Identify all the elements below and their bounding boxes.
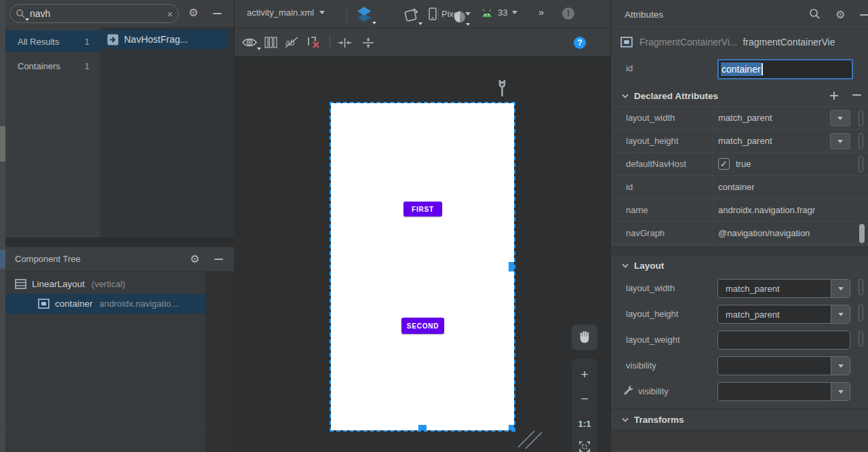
tree-item-label[interactable]: LinearLayout — [32, 279, 85, 289]
layout-height-combobox[interactable]: match_parent — [717, 305, 850, 324]
resize-grip-icon[interactable] — [517, 430, 544, 452]
clear-constraints-button[interactable] — [307, 36, 321, 51]
issue-panel-button[interactable]: ! — [562, 7, 574, 20]
search-icon — [16, 9, 26, 19]
remove-attribute-icon[interactable] — [852, 94, 861, 96]
value-picker-pill[interactable] — [859, 279, 863, 295]
collapse-chevron-icon[interactable] — [622, 417, 629, 422]
zoom-actual-size-button[interactable]: 1:1 — [572, 411, 597, 436]
orientation-button[interactable] — [401, 7, 419, 23]
layout-width-combobox[interactable]: match_parent — [717, 279, 850, 298]
layout-weight-input[interactable] — [717, 331, 850, 350]
add-attribute-icon[interactable] — [829, 91, 839, 102]
device-selector[interactable]: Pixel — [429, 7, 471, 20]
combo-value[interactable]: match_parent — [718, 309, 831, 320]
combo-value[interactable]: match_parent — [718, 284, 831, 294]
dropdown-button[interactable] — [830, 110, 850, 126]
pan-tool-button[interactable] — [572, 324, 597, 350]
attributes-search-icon[interactable] — [809, 8, 821, 22]
search-options-chevron-icon[interactable] — [25, 18, 29, 21]
id-input-field[interactable]: container — [717, 59, 853, 79]
attr-value[interactable]: container — [718, 182, 754, 192]
resize-handle-bottom[interactable] — [418, 425, 427, 430]
attributes-gear-icon[interactable]: ⚙ — [835, 10, 845, 20]
dropdown-button[interactable] — [831, 383, 850, 400]
palette-hide-icon[interactable] — [213, 13, 222, 14]
category-all-results[interactable]: All Results 1 — [5, 31, 100, 52]
overflow-chevrons[interactable]: » — [538, 6, 544, 18]
section-divider — [611, 247, 868, 255]
distribute-vertical-button[interactable] — [362, 37, 374, 50]
tools-wrench-icon — [623, 385, 633, 398]
result-item-label[interactable]: NavHostFrag... — [124, 34, 188, 45]
device-screen-canvas[interactable]: FIRST SECOND — [331, 103, 514, 430]
value-picker-pill[interactable] — [859, 133, 863, 149]
zoom-out-button[interactable]: − — [572, 387, 597, 411]
attr-value[interactable]: match_parent — [718, 113, 772, 123]
value-picker-pill[interactable] — [859, 331, 863, 347]
collapse-chevron-icon[interactable] — [622, 94, 629, 98]
category-containers[interactable]: Containers 1 — [5, 55, 100, 77]
zoom-to-fit-button[interactable] — [572, 436, 597, 452]
tree-item-linearlayout[interactable]: LinearLayout (vertical) — [5, 274, 205, 294]
clear-search-icon[interactable]: × — [167, 9, 173, 19]
component-tree-hide-icon[interactable] — [214, 259, 223, 260]
scrollbar-segment[interactable] — [0, 126, 5, 162]
declared-attributes-header[interactable]: Declared Attributes — [611, 86, 868, 106]
layout-section-header[interactable]: Layout — [611, 255, 868, 276]
value-picker-pill[interactable] — [859, 305, 863, 321]
file-selector[interactable]: activity_main.xml — [247, 7, 325, 18]
result-item-navhostfragment[interactable]: NavHostFrag... — [102, 30, 229, 49]
dropdown-button[interactable] — [831, 305, 850, 323]
category-label[interactable]: All Results — [18, 37, 59, 47]
attr-row-layout-height: layout_height match_parent — [611, 129, 868, 152]
device-name[interactable]: Pixel — [441, 9, 460, 19]
transforms-section-header[interactable]: Transforms — [611, 409, 868, 430]
attr-value[interactable]: @navigation/navigation — [718, 228, 810, 238]
attributes-hide-icon[interactable] — [860, 14, 868, 16]
file-name[interactable]: activity_main.xml — [247, 7, 314, 18]
attr-value[interactable]: androidx.navigation.fragr — [718, 205, 815, 215]
scrollbar-thumb[interactable] — [859, 224, 865, 243]
dropdown-button[interactable] — [831, 280, 850, 297]
fragmentcontainerview-icon — [620, 37, 633, 48]
dropdown-button[interactable] — [830, 133, 850, 149]
attr-value[interactable]: true — [736, 159, 751, 169]
second-button[interactable]: SECOND — [401, 318, 444, 334]
resize-handle-corner[interactable] — [509, 425, 514, 430]
first-button[interactable]: FIRST — [403, 202, 442, 216]
tree-item-container[interactable]: container androidx.navigatio... — [5, 294, 205, 314]
checkbox-checked-icon[interactable]: ✓ — [718, 158, 730, 170]
scrollbar-segment[interactable] — [0, 250, 5, 269]
component-tree-gear-icon[interactable]: ⚙ — [190, 254, 199, 265]
help-button[interactable]: ? — [574, 37, 586, 49]
pack-horizontal-icon — [338, 37, 352, 50]
tools-visibility-combobox[interactable] — [717, 382, 850, 401]
collapse-chevron-icon[interactable] — [622, 263, 629, 268]
category-label[interactable]: Containers — [18, 61, 60, 71]
visibility-combobox[interactable] — [717, 356, 850, 375]
zoom-in-button[interactable]: + — [572, 362, 597, 387]
tree-item-label[interactable]: container — [55, 299, 93, 309]
attr-value[interactable]: match_parent — [718, 136, 772, 146]
blueprint-columns-button[interactable] — [264, 37, 277, 50]
pack-horizontal-button[interactable] — [338, 37, 352, 50]
palette-search-input[interactable] — [30, 8, 167, 19]
id-input-selected-text[interactable]: container — [721, 62, 762, 76]
view-options-button[interactable] — [241, 37, 258, 48]
design-surface[interactable]: FIRST SECOND + − 1:1 — [234, 57, 610, 452]
value-picker-pill[interactable] — [859, 156, 863, 172]
toolbar-overflow-button[interactable]: » — [538, 6, 544, 18]
wrench-icon[interactable] — [497, 80, 507, 98]
layout-row-tools-visibility: visibility — [611, 379, 868, 404]
value-picker-pill[interactable] — [859, 110, 863, 126]
dropdown-button[interactable] — [831, 357, 850, 375]
api-level[interactable]: 33 — [498, 7, 507, 18]
palette-search-box[interactable]: × — [9, 4, 179, 23]
palette-settings-gear-icon[interactable]: ⚙ — [189, 7, 198, 18]
chevron-down-icon — [257, 48, 261, 50]
api-selector[interactable]: 33 — [481, 7, 517, 18]
sample-text-toggle-button[interactable]: ab — [283, 36, 300, 51]
resize-handle-right[interactable] — [509, 262, 514, 271]
design-mode-button[interactable] — [355, 6, 373, 22]
